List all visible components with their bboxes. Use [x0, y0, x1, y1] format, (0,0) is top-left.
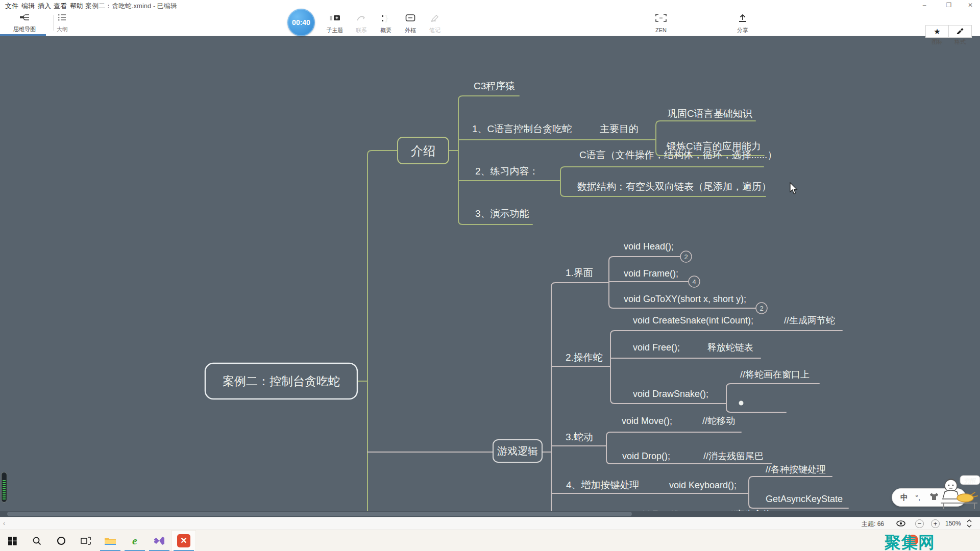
topic-gotoxy[interactable]: void GoToXY(short x, short y); — [624, 294, 746, 304]
internet-explorer-icon[interactable]: e — [122, 530, 147, 551]
comment-move[interactable]: //蛇移动 — [702, 416, 735, 426]
topic-goal1[interactable]: 巩固C语言基础知识 — [668, 108, 753, 119]
boundary-icon — [397, 14, 424, 25]
badge-head[interactable]: 2 — [680, 251, 692, 262]
topic-count: 主题: 66 — [862, 520, 884, 529]
topic-item1[interactable]: 1、C语言控制台贪吃蛇 — [472, 123, 572, 134]
topic-drop[interactable]: void Drop(); — [622, 451, 670, 461]
logic-node[interactable]: 游戏逻辑 — [497, 445, 538, 457]
menu-edit[interactable]: 编辑 — [21, 2, 35, 11]
empty-topic-dot[interactable] — [739, 401, 744, 406]
zoom-stepper-chevrons[interactable] — [966, 518, 972, 530]
tab-mindmap-label: 思维导图 — [13, 26, 36, 32]
menu-file[interactable]: 文件 — [5, 2, 18, 11]
ime-punctuation-button[interactable]: °, — [915, 493, 920, 502]
svg-text:2: 2 — [760, 305, 763, 312]
comment-drop[interactable]: //消去残留尾巴 — [703, 451, 764, 461]
root-node[interactable]: 案例二：控制台贪吃蛇 — [223, 374, 340, 388]
horizontal-scrollbar-thumb[interactable] — [7, 512, 632, 516]
comment-keyboard[interactable]: //各种按键处理 — [766, 464, 826, 474]
scroll-left-arrow[interactable]: ‹ — [3, 520, 5, 527]
tab-divider — [53, 15, 54, 31]
zoom-in-button[interactable]: + — [931, 519, 940, 528]
search-icon[interactable] — [24, 530, 49, 551]
badge-frame[interactable]: 4 — [689, 276, 700, 287]
svg-text:}: } — [385, 14, 388, 22]
topic-item2[interactable]: 2、练习内容： — [475, 166, 539, 177]
menu-view[interactable]: 查看 — [54, 2, 67, 11]
svg-text:2: 2 — [684, 253, 688, 261]
badge-gotoxy[interactable]: 2 — [756, 303, 767, 314]
status-bar: ‹ 主题: 66 − + 150% — [0, 517, 980, 530]
tab-outline[interactable]: 大纲 — [42, 11, 83, 35]
menu-insert[interactable]: 插入 — [38, 2, 51, 11]
topic-head[interactable]: void Head(); — [624, 241, 674, 252]
svg-text:4: 4 — [692, 278, 696, 286]
icon-panel-button[interactable]: ★ — [925, 25, 949, 38]
recording-timer[interactable]: 00:40 — [287, 9, 315, 36]
zen-button[interactable]: ZEN — [648, 12, 674, 36]
cortana-icon[interactable] — [49, 530, 74, 551]
file-explorer-icon[interactable] — [98, 530, 122, 551]
task-view-icon[interactable] — [74, 530, 98, 551]
relation-label: 联系 — [356, 27, 367, 33]
summary-button[interactable]: } 概要 — [373, 12, 399, 36]
start-button[interactable] — [0, 530, 24, 551]
subtopic-button[interactable]: 子主题 — [322, 12, 348, 36]
topic-purpose[interactable]: 主要目的 — [600, 123, 639, 134]
topic-c3[interactable]: C3程序猿 — [474, 81, 515, 91]
boundary-button[interactable]: 外框 — [397, 12, 424, 36]
relation-icon — [348, 14, 375, 25]
menu-divider: | — [82, 2, 83, 9]
maximize-button[interactable]: ❐ — [945, 1, 953, 9]
topic-keys[interactable]: 4、增加按键处理 — [566, 480, 640, 490]
summary-label: 概要 — [380, 27, 391, 33]
logic-branch-lines — [368, 257, 848, 517]
note-button[interactable]: 笔记 — [422, 12, 448, 36]
mindmap-icon — [4, 13, 45, 23]
subtopic-label: 子主题 — [327, 27, 344, 33]
visual-studio-icon[interactable] — [147, 530, 172, 551]
sticker-bubble-text: 穷醒 — [964, 477, 976, 484]
taskbar: e ✕ e 20:42 2021/9/14 — [0, 530, 980, 551]
xmind-icon[interactable]: ✕ — [172, 530, 196, 551]
recorder-level-meter — [1, 472, 7, 503]
topic-frame[interactable]: void Frame(); — [624, 268, 678, 279]
eye-icon[interactable] — [896, 519, 906, 529]
topic-item3[interactable]: 3、演示功能 — [475, 208, 529, 219]
toolbar: 思维导图 大纲 主题 子主题 联系 } 概要 — [0, 11, 980, 36]
summary-icon: } — [373, 14, 399, 25]
zoom-out-button[interactable]: − — [915, 519, 924, 528]
mindmap-canvas[interactable]: 案例二：控制台贪吃蛇 介绍 C3程序猿 1、C语言控制台贪吃蛇 主要目的 巩固C… — [0, 36, 980, 517]
icon-panel-label: 图标 — [925, 38, 949, 46]
topic-keyboard[interactable]: void Keyboard(); — [669, 480, 737, 490]
boundary-label: 外框 — [405, 27, 416, 33]
topic-drawsnake[interactable]: void DrawSnake(); — [633, 389, 708, 399]
note-label: 笔记 — [429, 27, 440, 33]
share-upload-icon — [729, 14, 756, 25]
share-button[interactable]: 分享 — [729, 12, 756, 36]
format-panel-button[interactable] — [948, 25, 972, 38]
topic-ops[interactable]: 2.操作蛇 — [566, 352, 603, 363]
relation-button[interactable]: 联系 — [348, 12, 375, 36]
topic-move[interactable]: void Move(); — [622, 416, 672, 426]
minimize-button[interactable]: – — [920, 1, 928, 9]
close-button[interactable]: ✕ — [966, 1, 974, 9]
ime-language-button[interactable]: 中 — [900, 493, 908, 503]
topic-practice1[interactable]: C语言（文件操作，结构体，循环，选择......） — [579, 149, 777, 160]
topic-free[interactable]: void Free(); — [633, 342, 680, 353]
topic-practice2[interactable]: 数据结构：有空头双向链表（尾添加，遍历） — [577, 181, 771, 192]
topic-move-group[interactable]: 3.蛇动 — [566, 432, 593, 442]
topic-getasynckeystate[interactable]: GetAsyncKeyState — [766, 494, 843, 504]
zoom-level: 150% — [945, 520, 961, 527]
document-title: 案例二：贪吃蛇.xmind - 已编辑 — [85, 2, 177, 11]
comment-createsnake[interactable]: //生成两节蛇 — [784, 315, 835, 325]
topic-createsnake[interactable]: void CreateSnake(int iCount); — [633, 315, 753, 325]
comment-drawsnake[interactable]: //将蛇画在窗口上 — [740, 369, 810, 380]
comment-free[interactable]: 释放蛇链表 — [707, 342, 753, 353]
format-brush-icon — [956, 27, 964, 36]
meme-sticker: 穷醒 — [936, 474, 980, 510]
intro-node[interactable]: 介绍 — [411, 144, 435, 158]
topic-ui[interactable]: 1.界面 — [566, 267, 593, 278]
tab-mindmap[interactable]: 思维导图 — [4, 11, 45, 35]
